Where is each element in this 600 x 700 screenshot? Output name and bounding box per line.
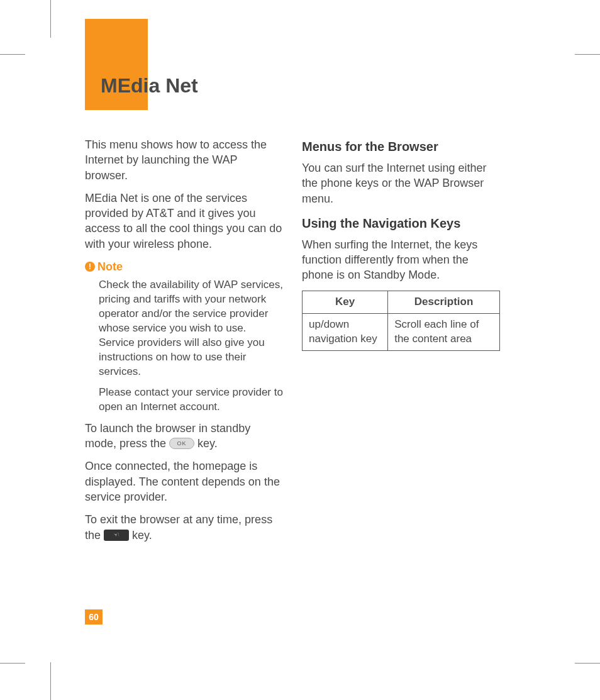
text-fragment: key. (197, 437, 218, 450)
note-icon: ! (85, 262, 95, 272)
body-paragraph: To launch the browser in standby mode, p… (85, 421, 283, 452)
table-header-row: Key Description (303, 291, 500, 313)
text-fragment: To launch the browser in standby mode, p… (85, 422, 250, 450)
crop-mark (50, 662, 51, 700)
note-heading: ! Note (85, 259, 283, 274)
note-body: Check the availability of WAP services, … (85, 278, 283, 414)
crop-mark (575, 663, 600, 664)
left-column: This menu shows how to access the Intern… (85, 137, 283, 550)
note-text: Check the availability of WAP services, … (99, 278, 283, 379)
table-row: up/down navigation key Scroll each line … (303, 313, 500, 350)
content-area: This menu shows how to access the Intern… (85, 137, 525, 550)
section-heading: Using the Navigation Keys (302, 215, 500, 232)
ok-key-icon: OK (169, 438, 194, 449)
crop-mark (575, 54, 600, 55)
body-paragraph: You can surf the Internet using either t… (302, 160, 500, 206)
text-fragment: key. (132, 529, 152, 542)
body-paragraph: To exit the browser at any time, press t… (85, 512, 283, 543)
note-label: Note (97, 259, 123, 274)
crop-mark (0, 663, 25, 664)
note-text: Please contact your service provider to … (99, 386, 283, 414)
page-number: 60 (85, 609, 103, 625)
body-paragraph: When surfing the Internet, the keys func… (302, 237, 500, 283)
end-key-icon: ☜ (104, 530, 129, 541)
section-heading: Menus for the Browser (302, 138, 500, 155)
navigation-keys-table: Key Description up/down navigation key S… (302, 291, 500, 351)
body-paragraph: Once connected, the homepage is displaye… (85, 458, 283, 504)
intro-paragraph: This menu shows how to access the Intern… (85, 137, 283, 183)
crop-mark (0, 54, 25, 55)
table-cell-key: up/down navigation key (303, 313, 388, 350)
intro-paragraph: MEdia Net is one of the services provide… (85, 191, 283, 252)
crop-mark (50, 0, 51, 38)
page-title: MEdia Net (101, 74, 198, 97)
table-cell-description: Scroll each line of the content area (388, 313, 500, 350)
right-column: Menus for the Browser You can surf the I… (302, 137, 500, 550)
table-header-description: Description (388, 291, 500, 313)
table-header-key: Key (303, 291, 388, 313)
